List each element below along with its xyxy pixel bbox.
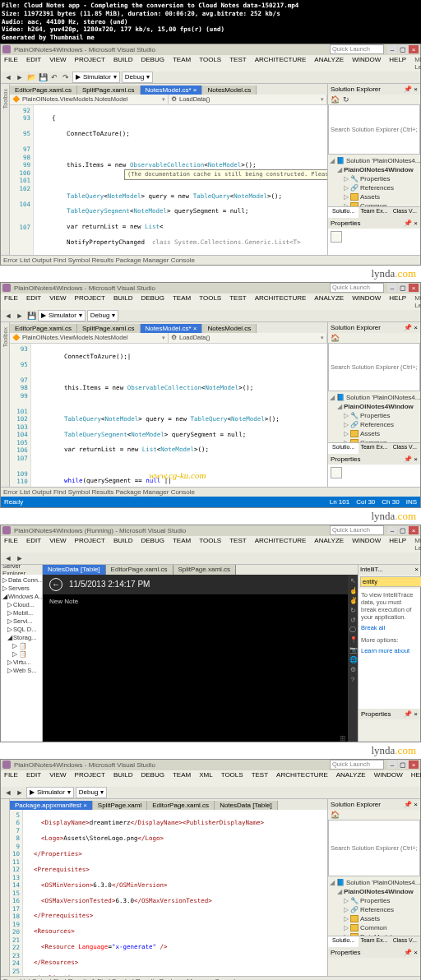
quick-launch-input[interactable]: Quick Launch	[330, 760, 384, 770]
maximize-button[interactable]: ▢	[398, 760, 408, 769]
note-body-input[interactable]: New Note	[43, 594, 348, 742]
editor-tab[interactable]: SplitPage.xaml.cs	[173, 565, 237, 575]
nav-fwd-button[interactable]: ►	[15, 788, 25, 797]
pin-icon[interactable]: 📌 ×	[404, 86, 418, 93]
close-button[interactable]: ×	[409, 760, 419, 769]
solution-search-input[interactable]	[328, 104, 420, 155]
editor-tab-active[interactable]: NotesModel.cs* ×	[141, 324, 203, 333]
learn-more-link[interactable]: Learn more about	[361, 647, 418, 654]
tree-node-solution[interactable]: ◢📘 Solution 'PlainOlNotes4...	[330, 156, 419, 165]
menu-window[interactable]: WINDOW	[352, 537, 381, 552]
menu-window[interactable]: WINDOW	[352, 56, 381, 71]
menu-debug[interactable]: DEBUG	[141, 771, 164, 786]
menu-team[interactable]: TEAM	[173, 771, 191, 786]
editor-tab[interactable]: SplitPage.xaml	[93, 801, 147, 810]
menu-help[interactable]: HELP	[389, 537, 406, 552]
code-editor[interactable]: ConnectToAzure();| this.Items = new Obse…	[31, 344, 327, 487]
panel-tab-team[interactable]: Team Ex...	[359, 207, 389, 218]
tree-node[interactable]: ▷ 📋	[2, 642, 40, 650]
menu-team[interactable]: TEAM	[173, 294, 191, 309]
tree-node-project[interactable]: ◢PlainOlNotes4Window	[330, 887, 419, 896]
tree-node[interactable]: ▷ 📋	[2, 650, 40, 659]
editor-tab[interactable]: SplitPage.xaml.cs	[77, 324, 141, 333]
tree-node[interactable]: ▷ Mobil...	[2, 609, 40, 617]
run-button[interactable]: ▶ Simulator ▾	[72, 72, 120, 83]
editor-tab[interactable]: EditorPage.xaml.cs	[10, 324, 77, 333]
menu-view[interactable]: VIEW	[49, 771, 66, 786]
menu-view[interactable]: VIEW	[49, 537, 66, 552]
network-icon[interactable]: 🌐	[349, 656, 357, 663]
settings-icon[interactable]: ⚙	[349, 666, 357, 673]
editor-tab-active[interactable]: Package.appxmanifest ×	[10, 801, 93, 810]
property-item-icon[interactable]	[331, 231, 342, 243]
back-button-icon[interactable]: ←	[49, 578, 62, 591]
close-button[interactable]: ×	[409, 526, 419, 534]
property-item-icon[interactable]	[331, 467, 342, 478]
menu-project[interactable]: PROJECT	[75, 771, 105, 786]
close-button[interactable]: ×	[409, 45, 419, 53]
menu-view[interactable]: VIEW	[49, 56, 66, 71]
editor-tab[interactable]: SplitPage.xaml.cs	[77, 86, 141, 95]
help-icon[interactable]: ?	[349, 676, 357, 683]
menu-debug[interactable]: DEBUG	[141, 537, 164, 552]
tree-node[interactable]: ▷ Data Conn...	[2, 576, 40, 585]
editor-tab[interactable]: NotesModel.cs	[202, 324, 257, 333]
pinch-icon[interactable]: ✌	[349, 597, 357, 604]
panel-tab-class[interactable]: Class V...	[390, 207, 420, 218]
tree-node[interactable]: ▷ Assets	[330, 914, 419, 923]
class-nav-dropdown[interactable]: 🔶 PlainOlNotes.ViewModels.NotesModel▾	[10, 333, 169, 343]
toolbox-tab[interactable]: Toolbox	[2, 325, 8, 349]
panel-tab-solution[interactable]: Solutio...	[328, 207, 359, 218]
menu-xml[interactable]: XML	[199, 771, 212, 786]
save-button[interactable]: 💾	[38, 72, 48, 82]
config-dropdown[interactable]: Debug ▾	[76, 787, 108, 798]
menu-analyze[interactable]: ANALYZE	[314, 537, 344, 552]
titlebar[interactable]: PlainOlNotes4Windows - Microsoft Visual …	[1, 44, 420, 55]
nav-fwd-button[interactable]: ►	[15, 72, 25, 82]
bottom-tool-tabs[interactable]: Error List Output Find Symbol Results Pa…	[1, 255, 420, 265]
menu-window[interactable]: WINDOW	[374, 771, 403, 786]
minimize-button[interactable]: –	[387, 526, 397, 534]
toolbox-tab[interactable]: Toolbox	[2, 86, 8, 111]
bottom-tool-tabs[interactable]: Error List Output Find Symbol Results Pa…	[1, 487, 420, 497]
menu-file[interactable]: FILE	[4, 537, 18, 552]
menu-help[interactable]: HELP	[389, 56, 406, 71]
menu-edit[interactable]: EDIT	[26, 294, 41, 309]
rotate-cw-icon[interactable]: ↻	[349, 607, 357, 614]
tree-node[interactable]: ▷ Virtu...	[2, 659, 40, 667]
menu-help[interactable]: HELP	[411, 771, 421, 786]
tree-node[interactable]: ▷ Cloud...	[2, 601, 40, 609]
bottom-tool-tabs[interactable]: Error List Output Find Results 1 Find Sy…	[1, 976, 420, 980]
tree-node[interactable]: ◢ Storag...	[2, 634, 40, 642]
titlebar[interactable]: PlainOlNotes4Windows (Running) - Microso…	[1, 525, 420, 536]
tree-node[interactable]: ▷🔗 References	[330, 183, 419, 192]
menu-architecture[interactable]: ARCHITECTURE	[276, 771, 328, 786]
quick-launch-input[interactable]: Quick Launch	[330, 283, 384, 293]
home-icon[interactable]: 🏠	[330, 95, 340, 104]
solution-search-input[interactable]	[328, 820, 420, 877]
tree-node[interactable]: ▷🔗 References	[330, 905, 419, 914]
menu-file[interactable]: FILE	[4, 56, 18, 71]
menu-tools[interactable]: TOOLS	[199, 537, 221, 552]
menu-build[interactable]: BUILD	[113, 771, 133, 786]
maximize-button[interactable]: ▢	[398, 284, 408, 292]
nav-back-button[interactable]: ◄	[3, 311, 13, 321]
method-nav-dropdown[interactable]: ⚙ LoadData()▾	[169, 95, 327, 104]
menu-project[interactable]: PROJECT	[75, 537, 105, 552]
menu-architecture[interactable]: ARCHITECTURE	[255, 294, 307, 309]
menu-debug[interactable]: DEBUG	[141, 56, 164, 71]
menu-project[interactable]: PROJECT	[75, 56, 105, 71]
tree-node[interactable]: ▷🔧 Properties	[330, 896, 419, 905]
tree-node[interactable]: ◢ Windows A...	[2, 593, 40, 601]
panel-tab-solution[interactable]: Solutio...	[328, 443, 359, 454]
menu-debug[interactable]: DEBUG	[141, 294, 164, 309]
undo-button[interactable]: ↶	[49, 72, 59, 82]
refresh-icon[interactable]: ↻	[341, 95, 351, 104]
menu-file[interactable]: FILE	[4, 294, 18, 309]
nav-back-button[interactable]: ◄	[3, 72, 13, 82]
home-icon[interactable]: 🏠	[330, 333, 340, 343]
menu-architecture[interactable]: ARCHITECTURE	[255, 56, 307, 71]
class-nav-dropdown[interactable]: 🔶 PlainOlNotes.ViewModels.NotesModel▾	[10, 95, 169, 104]
menu-test[interactable]: TEST	[229, 56, 246, 71]
panel-tab-team[interactable]: Team Ex...	[359, 443, 389, 454]
